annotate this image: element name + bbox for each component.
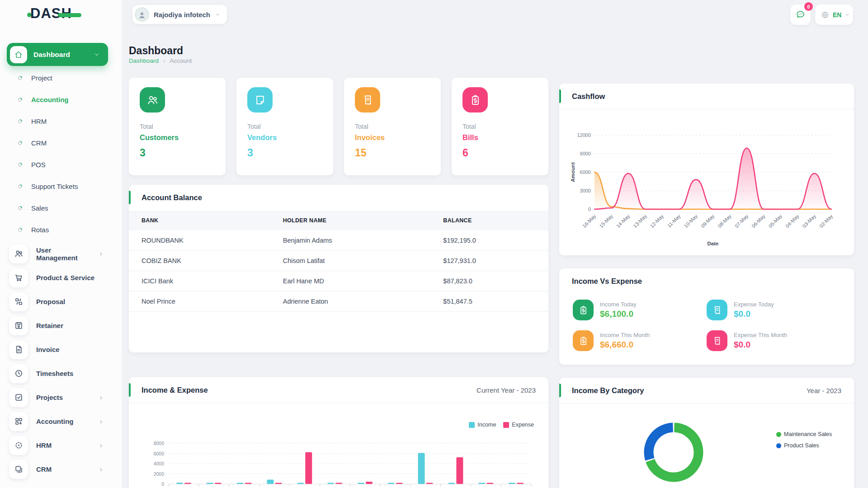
sidebar-item-user-management[interactable]: User Management (0, 242, 122, 266)
stat-card-vendors: TotalVendors3 (236, 78, 333, 175)
legend-item[interactable]: Maintenance Sales (776, 431, 832, 437)
chevron-right-icon (98, 466, 104, 472)
sidebar-subitem-support-tickets[interactable]: Support Tickets (0, 175, 122, 197)
sidebar-subitem-pos[interactable]: POS (0, 154, 122, 175)
bill-icon (469, 94, 481, 106)
income-by-category-header: Income By Category Year - 2023 (559, 378, 854, 404)
language-selector[interactable]: EN (815, 5, 853, 25)
svg-text:6000: 6000 (154, 451, 165, 456)
chevron-down-icon (94, 52, 100, 58)
table-cell: Noel Prince (129, 291, 270, 312)
stat-card-label: Customers (140, 133, 215, 142)
stat-card-value: 3 (247, 147, 322, 159)
avatar (135, 7, 149, 22)
sidebar-subitem-label: Accounting (31, 96, 69, 103)
module-icon-tile (9, 364, 28, 383)
chevron-down-icon (844, 12, 850, 18)
table-cell: Earl Hane MD (270, 271, 431, 291)
svg-text:Amount: Amount (570, 162, 576, 182)
legend-swatch (503, 422, 509, 428)
legend-label: Income (477, 422, 496, 428)
sidebar-subitem-accounting[interactable]: Accounting (0, 89, 122, 110)
messages-button[interactable]: 0 (790, 5, 811, 25)
svg-text:09-May: 09-May (700, 213, 716, 229)
svg-text:16-May: 16-May (581, 213, 597, 229)
ive-label: Income Today (600, 301, 637, 308)
legend-dot (776, 432, 781, 437)
app-logo[interactable]: DASH (27, 5, 81, 22)
svg-text:15-May: 15-May (598, 213, 614, 229)
stat-card-label: Bills (462, 133, 538, 142)
module-icon-tile (9, 436, 28, 455)
table-cell: Benjamin Adams (270, 230, 431, 251)
svg-text:3000: 3000 (580, 188, 591, 193)
sidebar-subitem-label: Sales (31, 204, 48, 212)
module-icon-tile (9, 292, 28, 311)
stat-card-icon-tile (462, 87, 488, 113)
svg-text:08-May: 08-May (717, 213, 732, 229)
stat-card-value: 6 (462, 147, 538, 159)
table-header-row: BANKHOLDER NAMEBALANCE (129, 211, 548, 230)
income-by-category-period: Year - 2023 (807, 387, 841, 394)
ive-label: Expense Today (734, 301, 774, 308)
breadcrumb: Dashboard › Account (129, 57, 192, 64)
sidebar-subitem-project[interactable]: Project (0, 67, 122, 89)
sidebar-subitem-sales[interactable]: Sales (0, 197, 122, 219)
ive-icon-tile (707, 300, 727, 320)
workspace-selector[interactable]: Rajodiya infotech (132, 5, 227, 24)
svg-text:03-May: 03-May (802, 213, 817, 229)
module-icon-tile (9, 268, 28, 287)
breadcrumb-root-link[interactable]: Dashboard (129, 57, 159, 64)
legend-item[interactable]: Product Sales (776, 442, 832, 449)
sidebar-item-invoice[interactable]: Invoice (0, 338, 122, 361)
legend-label: Product Sales (784, 442, 819, 449)
ive-item-income-today: Income Today$6,100.0 (573, 300, 707, 320)
sidebar-item-timesheets[interactable]: Timesheets (0, 361, 122, 385)
module-label: Invoice (36, 346, 60, 353)
legend-label: Expense (512, 422, 534, 428)
sidebar-subitem-hrm[interactable]: HRM (0, 110, 122, 132)
stat-card-label: Vendors (247, 133, 322, 142)
income-vs-expense-title: Income Vs Expense (572, 277, 642, 286)
chat-icon (795, 9, 806, 20)
income-by-category-title: Income By Category (572, 386, 644, 395)
sidebar-item-accounting[interactable]: Accounting (0, 409, 122, 433)
sidebar-item-crm[interactable]: CRM (0, 457, 122, 481)
legend-label: Maintenance Sales (784, 431, 832, 437)
sidebar-item-product-service[interactable]: Product & Service (0, 266, 122, 290)
module-icon-tile (9, 388, 28, 407)
chevron-right-icon (98, 442, 104, 448)
legend-item[interactable]: Income (469, 422, 496, 428)
ive-value: $6,660.0 (600, 340, 650, 350)
stat-card-label: Invoices (355, 133, 430, 142)
sidebar-item-dashboard[interactable]: Dashboard (7, 43, 108, 66)
sidebar-subitem-crm[interactable]: CRM (0, 132, 122, 154)
globe-icon (821, 10, 830, 19)
proposal-icon (14, 297, 24, 306)
bullet-ring-icon (17, 183, 23, 189)
stat-card-icon-tile (140, 87, 165, 113)
checkbox-icon (14, 393, 24, 402)
table-cell: $87,823.0 (430, 271, 548, 291)
module-label: HRM (36, 441, 52, 449)
sidebar-subitem-rotas[interactable]: Rotas (0, 219, 122, 240)
stat-card-customers: TotalCustomers3 (129, 78, 226, 175)
ive-item-expense-today: Expense Today$0.0 (707, 300, 840, 320)
ive-value: $6,100.0 (600, 309, 637, 319)
legend-item[interactable]: Expense (503, 422, 534, 428)
stat-card-icon-tile (355, 87, 380, 113)
sidebar-item-hrm[interactable]: HRM (0, 433, 122, 457)
svg-text:02-May: 02-May (818, 213, 834, 229)
chevron-right-icon (98, 395, 104, 401)
sidebar-item-projects[interactable]: Projects (0, 385, 122, 409)
svg-text:2000: 2000 (154, 471, 165, 477)
bullet-ring-icon (17, 227, 23, 233)
sidebar-item-proposal[interactable]: Proposal (0, 290, 122, 314)
svg-text:14-May: 14-May (615, 213, 631, 229)
sidebar-item-retainer[interactable]: Retainer (0, 314, 122, 338)
table-cell: ICICI Bank (129, 271, 270, 291)
table-cell: $192,195.0 (430, 230, 548, 251)
users-icon (14, 249, 24, 258)
home-icon (14, 50, 23, 59)
page-title: Dashboard (129, 45, 183, 57)
